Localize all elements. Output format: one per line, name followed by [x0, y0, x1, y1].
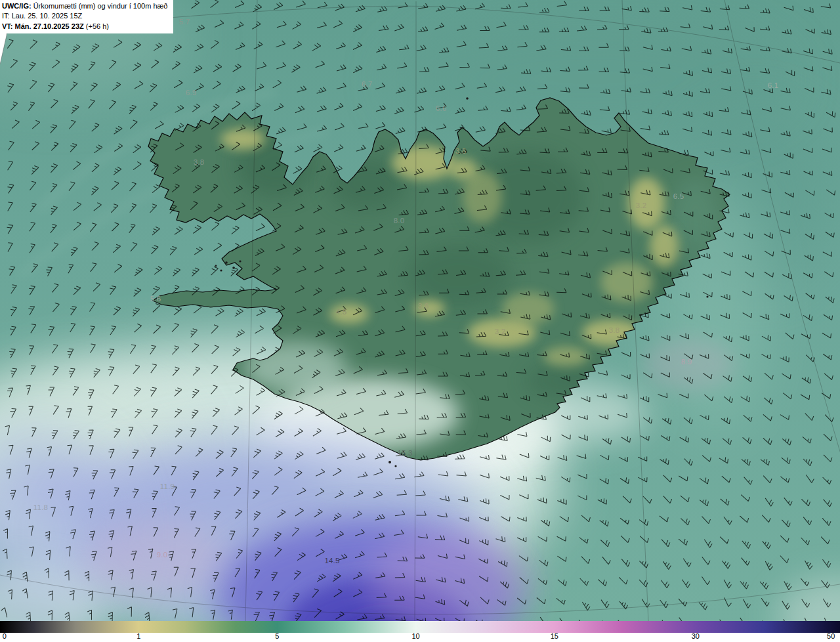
colorbar-tick-label: 1 [136, 632, 140, 640]
forecast-lead: (+56 h) [84, 22, 109, 30]
colorbar-tick-label: 50 [827, 632, 835, 640]
map-graphics [0, 0, 840, 621]
valid-time: VT: Mán. 27.10.2025 23Z [2, 22, 84, 30]
map-header: UWC/IG: Úrkomumætti (mm) og vindur í 100… [0, 0, 173, 33]
colorbar-tick-label: 10 [411, 632, 419, 640]
colorbar-tick-label: 30 [692, 632, 700, 640]
colorbar-gradient [0, 621, 840, 633]
title-line: UWC/IG: Úrkomumætti (mm) og vindur í 100… [2, 1, 167, 11]
init-time-line: IT: Lau. 25. 10. 2025 15Z [2, 11, 167, 21]
valid-time-line: VT: Mán. 27.10.2025 23Z (+56 h) [2, 22, 167, 32]
map-title: Úrkomumætti (mm) og vindur í 100m hæð [32, 2, 168, 10]
colorbar-tick-label: 5 [275, 632, 279, 640]
weather-map-app: 5.76.96.76.66.13.83.63.26.58.05.64.53.63… [0, 0, 840, 642]
colorbar-tick-label: 15 [551, 632, 558, 640]
colorbar-tick-label: 0 [3, 632, 7, 640]
model-id: UWC/IG: [2, 2, 32, 10]
colorbar-ticks: 01510153050 [0, 633, 840, 642]
map-canvas: 5.76.96.76.66.13.83.63.26.58.05.64.53.63… [0, 0, 840, 621]
colorbar: 01510153050 [0, 621, 840, 642]
